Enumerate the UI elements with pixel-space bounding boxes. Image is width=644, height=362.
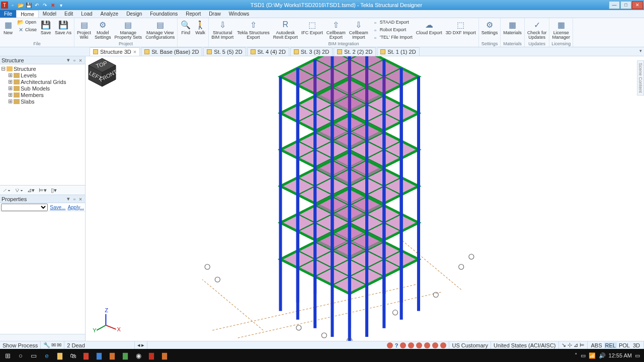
close-button[interactable]: ✕	[632, 1, 643, 9]
mvc-button[interactable]: ▤Manage View Configurations	[144, 19, 176, 40]
wiki-button[interactable]: ▤Project Wiki	[75, 19, 93, 40]
toggle-pol[interactable]: POL	[618, 342, 631, 348]
snap-icon[interactable]: ⊹	[568, 342, 572, 348]
tab-draw[interactable]: Draw	[205, 10, 224, 18]
prev-icon[interactable]: ◂	[137, 342, 140, 348]
status-help-icon[interactable]: ?	[395, 342, 398, 348]
minimize-button[interactable]: —	[609, 1, 620, 9]
save-button[interactable]: 💾Save	[39, 19, 53, 36]
panel-close-icon[interactable]: ×	[77, 196, 84, 202]
status-icon[interactable]: 🔧	[43, 342, 50, 348]
properties-save-link[interactable]: Save...	[50, 205, 65, 210]
open-button[interactable]: 📂Open	[16, 19, 38, 26]
updates-button[interactable]: ✓Check for Updates	[526, 19, 548, 40]
explorer-icon[interactable]: ▇	[53, 349, 66, 362]
taskview-icon[interactable]: ▭	[27, 349, 40, 362]
close-button[interactable]: ✕Close	[16, 26, 38, 34]
tab-model[interactable]: Model	[39, 10, 60, 18]
chrome-icon[interactable]: ◉	[132, 349, 145, 362]
tse-button[interactable]: ⇧Tekla Structures Export	[235, 19, 271, 40]
tab-load[interactable]: Load	[77, 10, 96, 18]
tray-notifications-icon[interactable]: ▭	[635, 352, 640, 359]
snap-icon[interactable]: ↘	[561, 342, 566, 348]
settings-button[interactable]: ⚙Settings	[480, 19, 500, 36]
mset-button[interactable]: ⚙Model Settings	[93, 19, 113, 40]
toggle-abs[interactable]: ABS	[590, 342, 603, 348]
app-icon[interactable]: ▇	[79, 349, 93, 362]
tree-node[interactable]: ⊞Levels	[1, 72, 84, 78]
store-icon[interactable]: 🛍	[66, 349, 79, 362]
status-icon[interactable]: ✉	[57, 342, 61, 348]
next-icon[interactable]: ▸	[141, 342, 144, 348]
qat-dropdown-icon[interactable]: ▾	[57, 2, 64, 9]
toggle-rel[interactable]: REL	[604, 342, 617, 348]
qat-open-icon[interactable]: 📂	[17, 2, 24, 9]
tool-icon[interactable]: ⩒▾	[15, 187, 23, 193]
view-tab[interactable]: St. 1 (1) 2D	[377, 47, 419, 56]
tab-design[interactable]: Design	[122, 10, 146, 18]
status-units[interactable]: US Customary	[449, 341, 491, 349]
view-cube[interactable]: TOP LEFT FRONT	[86, 56, 119, 89]
ifc-button[interactable]: ⬚IFC Export	[300, 19, 325, 36]
tree-node[interactable]: ⊞Sub Models	[1, 85, 84, 92]
edge-icon[interactable]: e	[40, 349, 53, 362]
materials-button[interactable]: ▦Materials	[502, 19, 523, 36]
3d-viewport[interactable]: Z X Y TOP LEFT FRONT Scene Content	[86, 56, 644, 341]
tab-foundations[interactable]: Foundations	[146, 10, 182, 18]
tray-battery-icon[interactable]: ▭	[581, 352, 586, 359]
structure-tree[interactable]: ⊟Structure⊞Levels⊞Architectural Grids⊞Su…	[0, 64, 85, 185]
view-tab[interactable]: St. 5 (5) 2D	[203, 47, 246, 56]
tray-wifi-icon[interactable]: 📶	[589, 352, 596, 359]
panel-close-icon[interactable]: ×	[77, 57, 84, 63]
qat-new-icon[interactable]: ▫	[9, 2, 16, 9]
qat-save-icon[interactable]: 💾	[25, 2, 32, 9]
cbe-button[interactable]: ⇧Cellbeam Export	[325, 19, 347, 40]
tel-button[interactable]: ▫'TEL' File Import	[370, 34, 414, 41]
qat-delete-icon[interactable]: ✖	[49, 2, 56, 9]
app-icon[interactable]: ▇	[158, 349, 171, 362]
qat-undo-icon[interactable]: ↶	[33, 2, 40, 9]
tabstrip-dropdown-icon[interactable]: ▾	[639, 48, 642, 53]
tab-close-icon[interactable]: ×	[133, 49, 136, 55]
maximize-button[interactable]: □	[620, 1, 631, 9]
tree-node[interactable]: ⊞Slabs	[1, 98, 84, 105]
app-icon[interactable]: ▇	[106, 349, 119, 362]
mps-button[interactable]: ▤Manage Property Sets	[113, 19, 144, 40]
status-code[interactable]: United States (ACI/AISC)	[491, 341, 559, 349]
tab-analyze[interactable]: Analyze	[97, 10, 123, 18]
tool-icon[interactable]: ⊿▾	[27, 187, 35, 194]
status-dot-icon[interactable]	[387, 342, 393, 348]
properties-apply-link[interactable]: Apply...	[67, 205, 84, 210]
panel-dropdown-icon[interactable]: ▾	[65, 196, 71, 202]
properties-selector[interactable]	[1, 204, 48, 211]
view-tab[interactable]: St. 2 (2) 2D	[334, 47, 376, 56]
tray-volume-icon[interactable]: 🔊	[599, 352, 606, 359]
tab-edit[interactable]: Edit	[60, 10, 77, 18]
view-tab[interactable]: St. 4 (4) 2D	[247, 47, 289, 56]
are-button[interactable]: RAutodesk Revit Export	[272, 19, 299, 40]
cortana-icon[interactable]: ○	[14, 349, 27, 362]
view-tab[interactable]: St. Base (Base) 2D	[141, 47, 202, 56]
tab-report[interactable]: Report	[182, 10, 205, 18]
tree-node[interactable]: ⊞Members	[1, 92, 84, 98]
robot-button[interactable]: ▫Robot Export	[370, 26, 414, 34]
walk-button[interactable]: 🚶Walk	[193, 19, 207, 36]
view-tab[interactable]: St. 3 (3) 2D	[290, 47, 333, 56]
tool-icon[interactable]: ⊨▾	[39, 187, 47, 194]
status-icon[interactable]: ✉	[51, 342, 56, 348]
sbi-button[interactable]: ⇩Structural BIM Import	[210, 19, 235, 40]
toggle-3d[interactable]: 3D	[632, 342, 641, 348]
snap-icon[interactable]: ⊨	[580, 342, 585, 348]
app-icon[interactable]: ▇	[119, 349, 132, 362]
saveas-button[interactable]: 💾Save As	[53, 19, 73, 36]
find-button[interactable]: 🔍Find	[179, 19, 193, 36]
cbi-button[interactable]: ⇩Cellbeam Import	[348, 19, 370, 40]
staad-button[interactable]: ▫STAAD Export	[370, 19, 414, 26]
start-button[interactable]: ⊞	[1, 349, 14, 362]
loadcase-combo[interactable]: 2 Dead	[67, 342, 85, 348]
license-button[interactable]: ▦License Manager	[550, 19, 572, 40]
snap-icon[interactable]: ⊿	[574, 342, 578, 348]
new-button[interactable]: ▦New	[1, 19, 15, 36]
tool-icon[interactable]: ▯▾	[51, 187, 57, 194]
tab-windows[interactable]: Windows	[225, 10, 254, 18]
